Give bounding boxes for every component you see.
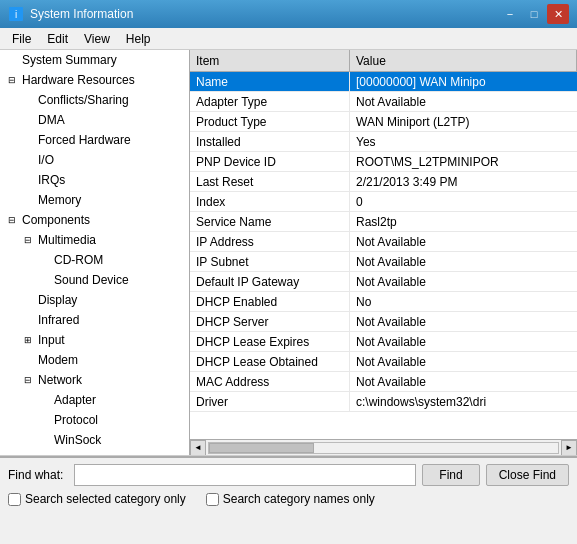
table-row[interactable]: IP AddressNot Available	[190, 232, 577, 252]
tree-item-infrared[interactable]: Infrared	[0, 310, 189, 330]
search-selected-checkbox[interactable]	[8, 493, 21, 506]
tree-expander-hardware-resources[interactable]	[4, 72, 20, 88]
cell-item-16: Driver	[190, 392, 350, 411]
menu-view[interactable]: View	[76, 30, 118, 48]
tree-label-memory: Memory	[36, 191, 81, 209]
horizontal-scrollbar[interactable]: ◄ ►	[190, 439, 577, 455]
cell-item-3: Installed	[190, 132, 350, 151]
tree-item-ports[interactable]: Ports	[0, 450, 189, 455]
table-row[interactable]: Default IP GatewayNot Available	[190, 272, 577, 292]
tree-item-dma[interactable]: DMA	[0, 110, 189, 130]
find-input[interactable]	[74, 464, 416, 486]
table-row[interactable]: Last Reset2/21/2013 3:49 PM	[190, 172, 577, 192]
cell-item-1: Adapter Type	[190, 92, 350, 111]
menu-file[interactable]: File	[4, 30, 39, 48]
tree-item-multimedia[interactable]: Multimedia	[0, 230, 189, 250]
cell-item-4: PNP Device ID	[190, 152, 350, 171]
cell-value-13: Not Available	[350, 332, 577, 351]
search-names-text: Search category names only	[223, 492, 375, 506]
table-row[interactable]: DHCP EnabledNo	[190, 292, 577, 312]
tree-item-display[interactable]: Display	[0, 290, 189, 310]
tree-label-network: Network	[36, 371, 82, 389]
tree-item-irqs[interactable]: IRQs	[0, 170, 189, 190]
search-selected-label[interactable]: Search selected category only	[8, 492, 186, 506]
column-item[interactable]: Item	[190, 50, 350, 71]
table-row[interactable]: Driverc:\windows\system32\dri	[190, 392, 577, 412]
svg-text:i: i	[15, 9, 17, 20]
cell-item-15: MAC Address	[190, 372, 350, 391]
tree-item-winsock[interactable]: WinSock	[0, 430, 189, 450]
table-row[interactable]: MAC AddressNot Available	[190, 372, 577, 392]
tree-item-system-summary[interactable]: System Summary	[0, 50, 189, 70]
search-names-label[interactable]: Search category names only	[206, 492, 375, 506]
tree-item-protocol[interactable]: Protocol	[0, 410, 189, 430]
table-row[interactable]: DHCP Lease ObtainedNot Available	[190, 352, 577, 372]
table-row[interactable]: DHCP Lease ExpiresNot Available	[190, 332, 577, 352]
close-find-button[interactable]: Close Find	[486, 464, 569, 486]
table-body[interactable]: Name[00000000] WAN MinipoAdapter TypeNot…	[190, 72, 577, 439]
scroll-left-arrow[interactable]: ◄	[190, 440, 206, 456]
tree-label-protocol: Protocol	[52, 411, 98, 429]
tree-item-forced-hardware[interactable]: Forced Hardware	[0, 130, 189, 150]
tree-item-conflicts-sharing[interactable]: Conflicts/Sharing	[0, 90, 189, 110]
tree-item-io[interactable]: I/O	[0, 150, 189, 170]
tree-item-network[interactable]: Network	[0, 370, 189, 390]
tree-item-components[interactable]: Components	[0, 210, 189, 230]
title-bar-controls: − □ ✕	[499, 4, 569, 24]
cell-value-15: Not Available	[350, 372, 577, 391]
tree-label-components: Components	[20, 211, 90, 229]
tree-expander-irqs	[20, 172, 36, 188]
cell-value-0: [00000000] WAN Minipo	[350, 72, 577, 91]
search-names-checkbox[interactable]	[206, 493, 219, 506]
tree-label-cd-rom: CD-ROM	[52, 251, 103, 269]
cell-value-9: Not Available	[350, 252, 577, 271]
tree-label-display: Display	[36, 291, 77, 309]
tree-item-sound-device[interactable]: Sound Device	[0, 270, 189, 290]
table-row[interactable]: Index0	[190, 192, 577, 212]
close-button[interactable]: ✕	[547, 4, 569, 24]
tree-expander-display	[20, 292, 36, 308]
cell-item-11: DHCP Enabled	[190, 292, 350, 311]
table-row[interactable]: Product TypeWAN Miniport (L2TP)	[190, 112, 577, 132]
tree-label-sound-device: Sound Device	[52, 271, 129, 289]
tree-expander-network[interactable]	[20, 372, 36, 388]
title-bar: i System Information − □ ✕	[0, 0, 577, 28]
table-row[interactable]: PNP Device IDROOT\MS_L2TPMINIPOR	[190, 152, 577, 172]
find-button[interactable]: Find	[422, 464, 479, 486]
menu-help[interactable]: Help	[118, 30, 159, 48]
cell-item-13: DHCP Lease Expires	[190, 332, 350, 351]
tree-item-memory[interactable]: Memory	[0, 190, 189, 210]
cell-value-14: Not Available	[350, 352, 577, 371]
cell-item-2: Product Type	[190, 112, 350, 131]
main-area: System SummaryHardware ResourcesConflict…	[0, 50, 577, 456]
menu-edit[interactable]: Edit	[39, 30, 76, 48]
table-row[interactable]: Adapter TypeNot Available	[190, 92, 577, 112]
find-label: Find what:	[8, 468, 68, 482]
table-row[interactable]: IP SubnetNot Available	[190, 252, 577, 272]
tree-label-irqs: IRQs	[36, 171, 65, 189]
minimize-button[interactable]: −	[499, 4, 521, 24]
tree-expander-components[interactable]	[4, 212, 20, 228]
tree-expander-multimedia[interactable]	[20, 232, 36, 248]
table-row[interactable]: Service NameRasl2tp	[190, 212, 577, 232]
tree-item-cd-rom[interactable]: CD-ROM	[0, 250, 189, 270]
tree-label-modem: Modem	[36, 351, 78, 369]
table-row[interactable]: Name[00000000] WAN Minipo	[190, 72, 577, 92]
table-row[interactable]: DHCP ServerNot Available	[190, 312, 577, 332]
cell-value-3: Yes	[350, 132, 577, 151]
table-panel: Item Value Name[00000000] WAN MinipoAdap…	[190, 50, 577, 455]
column-value[interactable]: Value	[350, 50, 577, 71]
maximize-button[interactable]: □	[523, 4, 545, 24]
tree-item-modem[interactable]: Modem	[0, 350, 189, 370]
tree-item-input[interactable]: Input	[0, 330, 189, 350]
scroll-right-arrow[interactable]: ►	[561, 440, 577, 456]
find-bar: Find what: Find Close Find Search select…	[0, 456, 577, 512]
tree-expander-input[interactable]	[20, 332, 36, 348]
tree-label-input: Input	[36, 331, 65, 349]
tree-item-adapter[interactable]: Adapter	[0, 390, 189, 410]
tree-expander-ports[interactable]	[20, 452, 36, 455]
tree-item-hardware-resources[interactable]: Hardware Resources	[0, 70, 189, 90]
tree-panel[interactable]: System SummaryHardware ResourcesConflict…	[0, 50, 190, 455]
tree-expander-forced-hardware	[20, 132, 36, 148]
table-row[interactable]: InstalledYes	[190, 132, 577, 152]
